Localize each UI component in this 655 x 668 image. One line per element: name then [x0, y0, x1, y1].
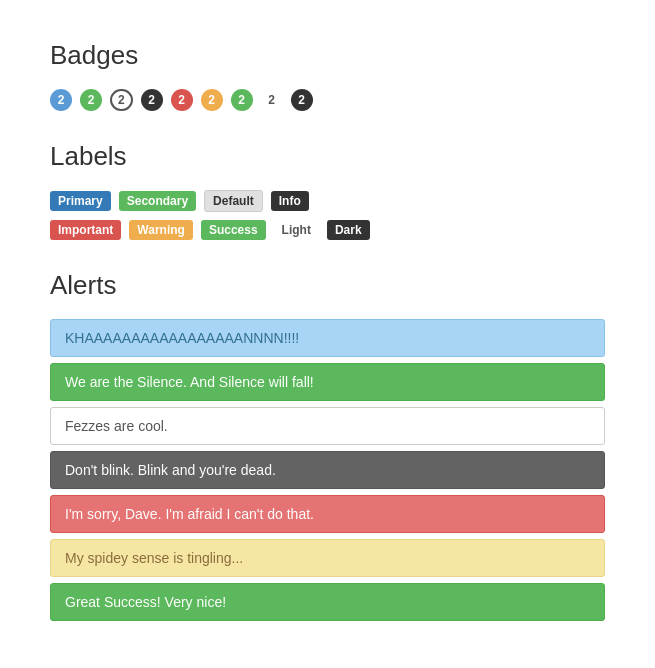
alerts-section: Alerts KHAAAAAAAAAAAAAAAAANNNN!!!! We ar…: [50, 270, 605, 621]
label-success: Success: [201, 220, 266, 240]
alert-danger: I'm sorry, Dave. I'm afraid I can't do t…: [50, 495, 605, 533]
badge-dark-2: 2: [291, 89, 313, 111]
label-secondary: Secondary: [119, 191, 196, 211]
badge-warning: 2: [201, 89, 223, 111]
badge-plain: 2: [261, 89, 283, 111]
labels-row-2: Important Warning Success Light Dark: [50, 220, 605, 240]
alert-warning: My spidey sense is tingling...: [50, 539, 605, 577]
label-primary: Primary: [50, 191, 111, 211]
badge-primary: 2: [50, 89, 72, 111]
badges-title: Badges: [50, 40, 605, 71]
labels-row-1: Primary Secondary Default Info: [50, 190, 605, 212]
label-info: Info: [271, 191, 309, 211]
label-important: Important: [50, 220, 121, 240]
badge-danger: 2: [171, 89, 193, 111]
badge-default: 2: [110, 89, 133, 111]
badge-success: 2: [80, 89, 102, 111]
badge-info-green: 2: [231, 89, 253, 111]
alerts-title: Alerts: [50, 270, 605, 301]
badge-dark-1: 2: [141, 89, 163, 111]
label-light: Light: [274, 220, 319, 240]
label-dark: Dark: [327, 220, 370, 240]
alert-info: KHAAAAAAAAAAAAAAAAANNNN!!!!: [50, 319, 605, 357]
labels-title: Labels: [50, 141, 605, 172]
label-warning: Warning: [129, 220, 193, 240]
alert-default: Fezzes are cool.: [50, 407, 605, 445]
badges-row: 2 2 2 2 2 2 2 2 2: [50, 89, 605, 111]
alert-success: We are the Silence. And Silence will fal…: [50, 363, 605, 401]
alert-secondary: Don't blink. Blink and you're dead.: [50, 451, 605, 489]
alert-green: Great Success! Very nice!: [50, 583, 605, 621]
label-default: Default: [204, 190, 263, 212]
